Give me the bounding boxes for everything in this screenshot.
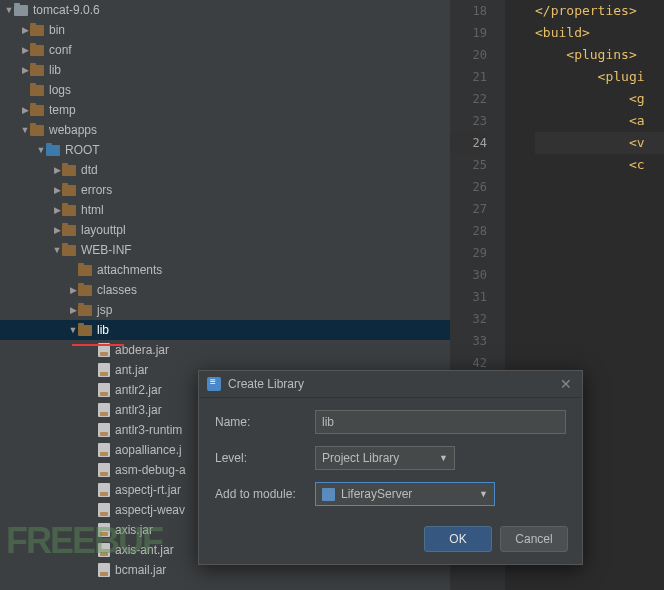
module-combo[interactable]: LiferayServer ▼ bbox=[315, 482, 495, 506]
chevron-down-icon bbox=[4, 5, 14, 15]
folder-icon bbox=[62, 165, 76, 176]
chevron-right-icon bbox=[20, 25, 30, 35]
tree-item-dtd[interactable]: dtd bbox=[0, 160, 450, 180]
folder-icon bbox=[62, 245, 76, 256]
tree-label: aopalliance.j bbox=[115, 443, 182, 457]
module-icon bbox=[322, 488, 335, 501]
tree-label: dtd bbox=[81, 163, 98, 177]
folder-icon bbox=[30, 85, 44, 96]
tree-label: logs bbox=[49, 83, 71, 97]
tree-label: html bbox=[81, 203, 104, 217]
folder-icon bbox=[14, 5, 28, 16]
chevron-right-icon bbox=[68, 305, 78, 315]
module-value: LiferayServer bbox=[341, 487, 412, 501]
folder-icon bbox=[30, 125, 44, 136]
tree-item-lib[interactable]: lib bbox=[0, 60, 450, 80]
tree-label: antlr2.jar bbox=[115, 383, 162, 397]
tree-item-webapps[interactable]: webapps bbox=[0, 120, 450, 140]
create-library-dialog: Create Library ✕ Name: Level: Project Li… bbox=[198, 370, 583, 565]
tree-label: layouttpl bbox=[81, 223, 126, 237]
tree-label: classes bbox=[97, 283, 137, 297]
folder-icon bbox=[78, 285, 92, 296]
tree-item-layouttpl[interactable]: layouttpl bbox=[0, 220, 450, 240]
folder-icon bbox=[30, 45, 44, 56]
tree-label: WEB-INF bbox=[81, 243, 132, 257]
folder-icon bbox=[30, 25, 44, 36]
chevron-down-icon bbox=[52, 245, 62, 255]
module-label: Add to module: bbox=[215, 487, 315, 501]
chevron-right-icon bbox=[52, 185, 62, 195]
dialog-titlebar[interactable]: Create Library ✕ bbox=[199, 371, 582, 398]
folder-icon bbox=[30, 65, 44, 76]
tree-item-tomcat[interactable]: tomcat-9.0.6 bbox=[0, 0, 450, 20]
folder-icon bbox=[78, 305, 92, 316]
tree-label: asm-debug-a bbox=[115, 463, 186, 477]
jar-file-icon bbox=[98, 363, 110, 377]
level-label: Level: bbox=[215, 451, 315, 465]
level-combo[interactable]: Project Library ▼ bbox=[315, 446, 455, 470]
folder-icon bbox=[62, 225, 76, 236]
folder-icon bbox=[62, 205, 76, 216]
tree-item-file[interactable]: abdera.jar bbox=[0, 340, 450, 360]
tree-item-errors[interactable]: errors bbox=[0, 180, 450, 200]
chevron-down-icon bbox=[68, 325, 78, 335]
tree-highlight-underline bbox=[72, 344, 124, 346]
tree-item-jsp[interactable]: jsp bbox=[0, 300, 450, 320]
tree-label: conf bbox=[49, 43, 72, 57]
tree-label: antlr3-runtim bbox=[115, 423, 182, 437]
tree-item-logs[interactable]: logs bbox=[0, 80, 450, 100]
tree-label: tomcat-9.0.6 bbox=[33, 3, 100, 17]
tree-item-classes[interactable]: classes bbox=[0, 280, 450, 300]
jar-file-icon bbox=[98, 483, 110, 497]
chevron-down-icon: ▼ bbox=[439, 453, 448, 463]
level-value: Project Library bbox=[322, 451, 399, 465]
jar-file-icon bbox=[98, 443, 110, 457]
tree-item-webinf[interactable]: WEB-INF bbox=[0, 240, 450, 260]
tree-item-lib-selected[interactable]: lib bbox=[0, 320, 450, 340]
tree-item-bin[interactable]: bin bbox=[0, 20, 450, 40]
jar-file-icon bbox=[98, 403, 110, 417]
tree-item-attachments[interactable]: attachments bbox=[0, 260, 450, 280]
cancel-button[interactable]: Cancel bbox=[500, 526, 568, 552]
chevron-down-icon bbox=[36, 145, 46, 155]
tree-label: jsp bbox=[97, 303, 112, 317]
close-icon[interactable]: ✕ bbox=[558, 376, 574, 392]
tree-item-temp[interactable]: temp bbox=[0, 100, 450, 120]
name-input[interactable] bbox=[315, 410, 566, 434]
tree-label: ant.jar bbox=[115, 363, 148, 377]
tree-item-root[interactable]: ROOT bbox=[0, 140, 450, 160]
chevron-right-icon bbox=[52, 225, 62, 235]
chevron-right-icon bbox=[20, 65, 30, 75]
tree-label: temp bbox=[49, 103, 76, 117]
tree-label: aspectj-weav bbox=[115, 503, 185, 517]
chevron-down-icon bbox=[20, 125, 30, 135]
tree-item-conf[interactable]: conf bbox=[0, 40, 450, 60]
tree-label: ROOT bbox=[65, 143, 100, 157]
jar-file-icon bbox=[98, 503, 110, 517]
jar-file-icon bbox=[98, 423, 110, 437]
chevron-right-icon bbox=[52, 205, 62, 215]
tree-label: bcmail.jar bbox=[115, 563, 166, 577]
library-icon bbox=[207, 377, 221, 391]
jar-file-icon bbox=[98, 563, 110, 577]
tree-label: errors bbox=[81, 183, 112, 197]
folder-icon bbox=[78, 325, 92, 336]
folder-icon bbox=[78, 265, 92, 276]
chevron-down-icon: ▼ bbox=[479, 489, 488, 499]
tree-label: aspectj-rt.jar bbox=[115, 483, 181, 497]
tree-label: antlr3.jar bbox=[115, 403, 162, 417]
chevron-right-icon bbox=[68, 285, 78, 295]
name-label: Name: bbox=[215, 415, 315, 429]
tree-label: attachments bbox=[97, 263, 162, 277]
tree-label: lib bbox=[49, 63, 61, 77]
ok-button[interactable]: OK bbox=[424, 526, 492, 552]
tree-label: bin bbox=[49, 23, 65, 37]
tree-item-html[interactable]: html bbox=[0, 200, 450, 220]
tree-label: webapps bbox=[49, 123, 97, 137]
folder-icon bbox=[30, 105, 44, 116]
jar-file-icon bbox=[98, 463, 110, 477]
folder-icon bbox=[62, 185, 76, 196]
watermark: FREEBUF bbox=[6, 520, 162, 562]
tree-label: lib bbox=[97, 323, 109, 337]
chevron-right-icon bbox=[20, 105, 30, 115]
